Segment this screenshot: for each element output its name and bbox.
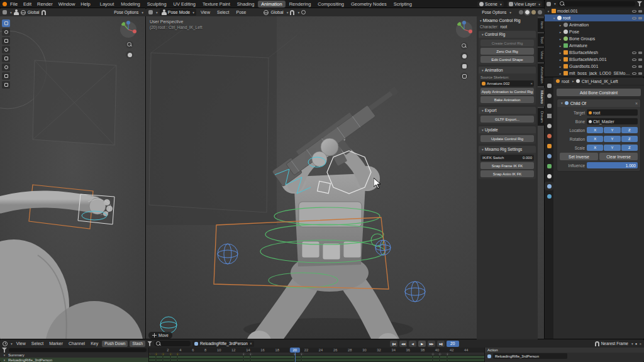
- proportional-edit-icon[interactable]: [301, 10, 306, 14]
- zoom-icon[interactable]: [460, 42, 468, 50]
- outliner-row-pose[interactable]: ▸ Pose: [545, 28, 644, 35]
- workspace-tab-animation[interactable]: Animation: [258, 1, 285, 8]
- tab-render-icon[interactable]: [546, 92, 552, 99]
- location-y-toggle[interactable]: Y: [604, 127, 620, 133]
- tab-world-icon[interactable]: [546, 133, 552, 139]
- disclosure-icon[interactable]: ▾: [3, 353, 6, 357]
- keyframe-diamond[interactable]: [439, 353, 441, 355]
- keyframe-diamond[interactable]: [293, 359, 295, 361]
- tab-animation[interactable]: Animation: [538, 63, 545, 87]
- keyframe-diamond[interactable]: [301, 359, 303, 361]
- disclosure-icon[interactable]: ▸: [558, 65, 562, 69]
- influence-slider[interactable]: 1.000: [587, 162, 638, 168]
- editor-type-icon[interactable]: [3, 341, 8, 346]
- keyframe-diamond[interactable]: [162, 356, 164, 358]
- render-visibility-icon[interactable]: [638, 72, 642, 75]
- outliner-search-input[interactable]: [558, 1, 635, 6]
- keyframe-diamond[interactable]: [301, 356, 303, 358]
- render-visibility-icon[interactable]: [638, 17, 642, 19]
- bone-field[interactable]: Ctrl_Master: [587, 118, 638, 124]
- add-bone-constraint-button[interactable]: Add Bone Constraint: [557, 89, 641, 96]
- section-header-rig-settings[interactable]: ▾ Mixamo Rig Settings: [479, 146, 536, 153]
- camera-view-icon[interactable]: [460, 62, 468, 70]
- push-down-button[interactable]: Push Down: [102, 341, 128, 347]
- section-header-update[interactable]: ▾ Update: [479, 126, 536, 133]
- keyframe-diamond[interactable]: [431, 359, 433, 361]
- zero-out-rig-button[interactable]: Zero Out Rig: [480, 48, 534, 55]
- snap-anim-ikfk-button[interactable]: Snap Anim IK FK: [480, 170, 534, 177]
- orientation-label[interactable]: Global: [28, 10, 40, 14]
- close-icon[interactable]: ×: [635, 101, 638, 106]
- pan-hand-icon[interactable]: [126, 51, 133, 58]
- tab-physics-icon[interactable]: [546, 193, 552, 199]
- navigation-gizmo[interactable]: [119, 21, 137, 38]
- main-viewport[interactable]: ▾ Pose Mode ▾ View Select Pose Global ▾ …: [146, 8, 545, 339]
- keyframe-diamond[interactable]: [447, 356, 448, 358]
- render-visibility-icon[interactable]: [638, 52, 642, 54]
- tab-view-layer-icon[interactable]: [546, 112, 552, 119]
- auto-key-icon[interactable]: ●: [639, 342, 641, 346]
- tool-cursor[interactable]: [2, 28, 10, 36]
- previous-keyframe-button[interactable]: ◀◀: [399, 341, 407, 347]
- tab-bone-constraint-icon[interactable]: [546, 183, 552, 189]
- workspace-tab-scripting[interactable]: Scripting: [391, 1, 415, 8]
- rotation-z-toggle[interactable]: Z: [621, 136, 638, 142]
- update-control-rig-button[interactable]: Update Control Rig: [480, 135, 534, 142]
- bake-animation-button[interactable]: Bake Animation: [480, 96, 534, 103]
- pose-mode-icon[interactable]: [14, 9, 19, 15]
- blender-logo-icon[interactable]: [3, 2, 7, 6]
- workspace-tab-geometry-nodes[interactable]: Geometry Nodes: [348, 1, 390, 8]
- workspace-tab-shading[interactable]: Shading: [234, 1, 258, 8]
- keyframe-area[interactable]: 2468101214161820222426283032343638404244…: [149, 348, 644, 362]
- outliner-row-armature-data[interactable]: ▸ Armature: [545, 42, 644, 49]
- tab-tool-icon[interactable]: [546, 82, 552, 89]
- frame-ruler[interactable]: 2468101214161820222426283032343638404244: [149, 348, 484, 353]
- secondary-viewport[interactable]: ▾ Global Pose Options ▾: [0, 8, 146, 339]
- snap-magnet-icon[interactable]: [290, 10, 294, 15]
- disclosure-icon[interactable]: ▸: [558, 58, 562, 62]
- keyframe-diamond[interactable]: [242, 359, 244, 361]
- tab-mixamo[interactable]: Mixamo: [538, 87, 545, 107]
- gltf-export-button[interactable]: GLTF Export...: [480, 116, 534, 123]
- orientation-dropdown[interactable]: Global: [270, 10, 283, 14]
- render-visibility-icon[interactable]: [638, 58, 642, 61]
- channel-summary[interactable]: ▾ Summary: [0, 353, 148, 358]
- outliner-row-animation[interactable]: ▸ Animation: [545, 21, 644, 28]
- menu-render[interactable]: Render: [35, 1, 55, 7]
- workspace-tab-layout[interactable]: Layout: [97, 1, 118, 8]
- disclosure-icon[interactable]: ▾: [3, 358, 6, 362]
- jump-to-end-button[interactable]: ▶▮: [437, 341, 445, 347]
- rotation-y-toggle[interactable]: Y: [604, 136, 620, 142]
- outliner-row-bsurfacemesh[interactable]: ▸ BSurfaceMesh: [545, 49, 644, 56]
- menu-select[interactable]: Select: [30, 341, 45, 346]
- menu-help[interactable]: Help: [78, 1, 92, 7]
- outliner-row-guardbots[interactable]: ▸ Guardbots.001: [545, 63, 644, 70]
- location-x-toggle[interactable]: X: [587, 127, 603, 133]
- shading-material-icon[interactable]: [531, 10, 536, 14]
- outliner-row-model[interactable]: ▾ model.001: [545, 8, 644, 14]
- clear-inverse-button[interactable]: Clear Inverse: [599, 153, 638, 160]
- tool-annotate[interactable]: [2, 72, 10, 80]
- filter-icon[interactable]: [147, 341, 152, 346]
- keyframe-diamond[interactable]: [177, 359, 179, 361]
- tool-move[interactable]: [2, 37, 10, 45]
- tool-measure[interactable]: [2, 81, 10, 89]
- keyframe-diamond[interactable]: [250, 359, 252, 361]
- tab-object-data-icon[interactable]: [546, 163, 552, 169]
- close-icon[interactable]: ×: [250, 341, 252, 346]
- eye-icon[interactable]: [632, 72, 636, 75]
- keyframe-diamond[interactable]: [162, 353, 165, 355]
- dopesheet-search-input[interactable]: [154, 341, 191, 346]
- menu-edit[interactable]: Edit: [21, 1, 34, 7]
- target-field[interactable]: root: [587, 109, 638, 116]
- scale-z-toggle[interactable]: Z: [621, 145, 638, 151]
- source-skeleton-field[interactable]: Armature.002 ×: [480, 80, 534, 87]
- keyframe-diamond[interactable]: [149, 353, 150, 355]
- zoom-icon[interactable]: [126, 41, 133, 48]
- breadcrumb-object[interactable]: root: [562, 79, 569, 84]
- secondary-viewport-canvas[interactable]: [0, 16, 146, 339]
- rotation-x-toggle[interactable]: X: [587, 136, 603, 142]
- tab-constraints-icon[interactable]: [546, 153, 552, 159]
- keyframe-diamond[interactable]: [301, 353, 303, 355]
- tab-scene-icon[interactable]: [546, 123, 552, 129]
